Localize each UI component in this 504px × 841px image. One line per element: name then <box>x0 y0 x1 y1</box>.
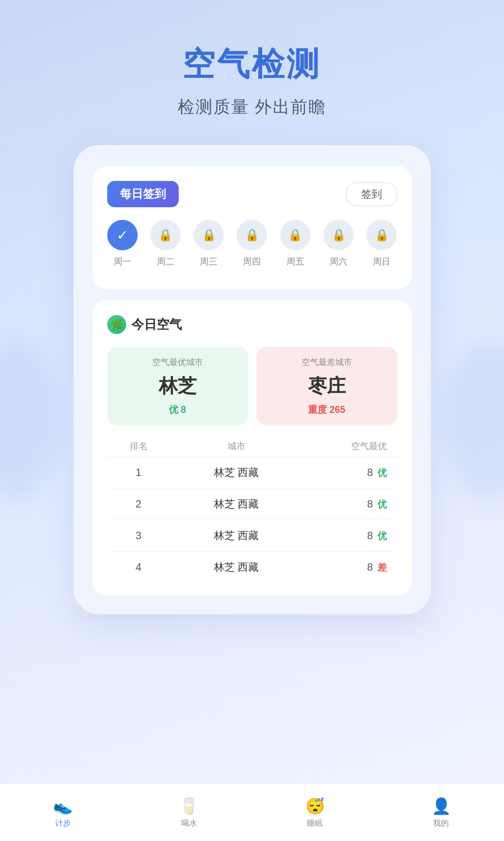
day-item: 🔒周二 <box>150 220 181 268</box>
th-rank: 排名 <box>112 440 165 452</box>
best-city-name: 林芝 <box>117 373 239 399</box>
td-quality: 8 优 <box>308 467 392 479</box>
day-label: 周六 <box>330 256 347 268</box>
nav-label: 计步 <box>55 818 71 828</box>
td-rank: 4 <box>112 561 165 573</box>
worst-city-label: 空气最差城市 <box>266 357 388 368</box>
checkin-header: 每日签到 签到 <box>107 181 397 207</box>
phone-card: 每日签到 签到 ✓周一🔒周二🔒周三🔒周四🔒周五🔒周六🔒周日 🌿 今日空气 空气最… <box>74 145 431 614</box>
td-city: 林芝 西藏 <box>165 529 308 543</box>
lock-icon: 🔒 <box>332 228 346 242</box>
table-row: 1 林芝 西藏 8 优 <box>107 457 397 488</box>
checkin-button[interactable]: 签到 <box>346 183 397 206</box>
table-body: 1 林芝 西藏 8 优 2 林芝 西藏 8 优 3 林芝 西藏 8 优 4 林芝… <box>107 457 397 583</box>
air-table: 排名 城市 空气最优 1 林芝 西藏 8 优 2 林芝 西藏 8 优 3 林芝 … <box>107 440 397 583</box>
nav-item-我的[interactable]: 👤 我的 <box>431 797 451 828</box>
best-city-card: 空气最优城市 林芝 优 8 <box>107 347 248 425</box>
day-label: 周五 <box>286 256 304 268</box>
nav-icon: 😴 <box>305 797 325 815</box>
lock-icon: 🔒 <box>245 228 259 242</box>
nav-icon: 👤 <box>431 797 451 815</box>
td-rank: 3 <box>112 530 165 542</box>
td-quality: 8 优 <box>308 498 392 511</box>
day-item: 🔒周三 <box>193 220 224 268</box>
day-circle: 🔒 <box>193 220 224 250</box>
td-rank: 1 <box>112 467 165 479</box>
quality-value: 8 <box>367 561 373 573</box>
days-row: ✓周一🔒周二🔒周三🔒周四🔒周五🔒周六🔒周日 <box>107 220 397 268</box>
td-city: 林芝 西藏 <box>165 465 308 480</box>
lock-icon: 🔒 <box>202 228 216 242</box>
nav-label: 喝水 <box>181 818 197 828</box>
day-circle: ✓ <box>107 220 138 250</box>
quality-value: 8 <box>367 530 373 542</box>
header-section: 空气检测 检测质量 外出前瞻 <box>178 42 326 119</box>
day-item: ✓周一 <box>107 220 138 268</box>
leaf-icon: 🌿 <box>107 315 126 334</box>
quality-badge: 优 <box>377 467 387 479</box>
nav-item-喝水[interactable]: 🥛 喝水 <box>179 797 199 828</box>
td-quality: 8 差 <box>308 561 392 574</box>
nav-item-计步[interactable]: 👟 计步 <box>53 797 73 828</box>
main-title: 空气检测 <box>178 42 326 86</box>
day-label: 周二 <box>157 256 174 268</box>
worst-city-name: 枣庄 <box>266 373 388 399</box>
day-item: 🔒周六 <box>323 220 354 268</box>
td-city: 林芝 西藏 <box>165 497 308 511</box>
day-label: 周三 <box>200 256 218 268</box>
sub-title: 检测质量 外出前瞻 <box>178 96 326 119</box>
nav-item-睡眠[interactable]: 😴 睡眠 <box>305 797 325 828</box>
nav-label: 我的 <box>433 818 449 828</box>
quality-value: 8 <box>367 498 373 510</box>
nav-label: 睡眠 <box>307 818 323 828</box>
lock-icon: 🔒 <box>158 228 172 242</box>
best-city-status: 优 8 <box>117 403 239 416</box>
table-header: 排名 城市 空气最优 <box>107 440 397 452</box>
day-item: 🔒周日 <box>366 220 397 268</box>
lock-icon: 🔒 <box>375 228 389 242</box>
quality-value: 8 <box>367 467 373 479</box>
day-label: 周日 <box>373 256 390 268</box>
day-label: 周四 <box>243 256 261 268</box>
day-circle: 🔒 <box>236 220 267 250</box>
quality-badge: 优 <box>377 530 387 542</box>
lock-icon: 🔒 <box>288 228 302 242</box>
day-circle: 🔒 <box>150 220 181 250</box>
day-label: 周一 <box>114 256 131 268</box>
table-row: 2 林芝 西藏 8 优 <box>107 488 397 520</box>
air-card: 🌿 今日空气 空气最优城市 林芝 优 8 空气最差城市 枣庄 重度 265 排名… <box>92 300 412 595</box>
quality-badge: 优 <box>377 498 387 511</box>
checkin-card: 每日签到 签到 ✓周一🔒周二🔒周三🔒周四🔒周五🔒周六🔒周日 <box>92 166 412 289</box>
table-row: 4 林芝 西藏 8 差 <box>107 551 397 583</box>
check-icon: ✓ <box>117 227 128 244</box>
checkin-label: 每日签到 <box>107 181 179 207</box>
worst-city-status: 重度 265 <box>266 403 388 416</box>
td-quality: 8 优 <box>308 530 392 542</box>
td-rank: 2 <box>112 498 165 510</box>
day-circle: 🔒 <box>323 220 354 250</box>
city-comparison: 空气最优城市 林芝 优 8 空气最差城市 枣庄 重度 265 <box>107 347 397 425</box>
nav-icon: 🥛 <box>179 797 199 815</box>
day-circle: 🔒 <box>366 220 397 250</box>
table-row: 3 林芝 西藏 8 优 <box>107 520 397 551</box>
th-city: 城市 <box>165 440 308 452</box>
best-city-label: 空气最优城市 <box>117 357 239 368</box>
worst-city-card: 空气最差城市 枣庄 重度 265 <box>256 347 397 425</box>
bottom-nav: 👟 计步 🥛 喝水 😴 睡眠 👤 我的 <box>0 783 504 841</box>
nav-icon: 👟 <box>53 797 73 815</box>
day-item: 🔒周四 <box>236 220 267 268</box>
td-city: 林芝 西藏 <box>165 560 308 574</box>
quality-badge: 差 <box>377 561 387 574</box>
day-item: 🔒周五 <box>280 220 311 268</box>
th-quality: 空气最优 <box>308 440 392 452</box>
air-section-title: 今日空气 <box>131 316 182 333</box>
air-card-header: 🌿 今日空气 <box>107 315 397 334</box>
day-circle: 🔒 <box>280 220 311 250</box>
